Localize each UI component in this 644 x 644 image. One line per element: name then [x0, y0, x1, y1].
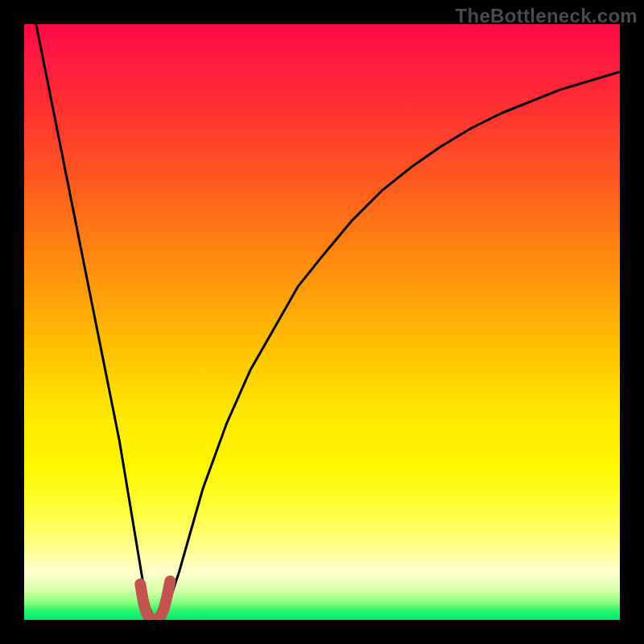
curve-svg	[24, 24, 620, 620]
chart-frame: TheBottleneck.com	[0, 0, 644, 644]
bottleneck-highlight	[140, 581, 170, 620]
bottleneck-curve	[24, 24, 620, 620]
plot-area	[24, 24, 620, 620]
watermark-text: TheBottleneck.com	[456, 5, 638, 27]
